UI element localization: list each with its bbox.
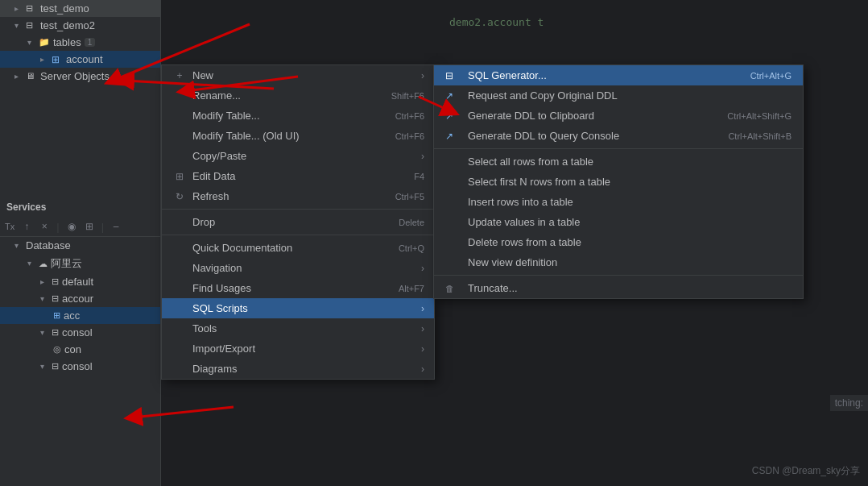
menu-label-drop: Drop bbox=[192, 216, 382, 228]
submenu-item-new-view[interactable]: New view definition bbox=[434, 252, 803, 272]
shortcut-sql-generator: Ctrl+Alt+G bbox=[750, 71, 792, 81]
tree-item-test-demo2[interactable]: ⊟ test_demo2 bbox=[0, 17, 160, 34]
server-icon: 🖥 bbox=[26, 71, 37, 82]
tree-item-tables[interactable]: tables 1 bbox=[0, 34, 160, 51]
arrow-icon bbox=[27, 38, 37, 48]
shortcut-quick-doc: Ctrl+Q bbox=[399, 243, 424, 253]
menu-item-copy-paste[interactable]: Copy/Paste › bbox=[162, 146, 434, 166]
editor-text: demo2.account t bbox=[449, 16, 544, 28]
arrow-icon bbox=[14, 72, 24, 81]
tree-label: test_demo2 bbox=[40, 19, 95, 31]
submenu-divider-1 bbox=[434, 148, 803, 149]
arrow-icon bbox=[40, 362, 50, 372]
eye-button[interactable]: ◉ bbox=[64, 219, 79, 234]
submenu-arrow-sql: › bbox=[421, 303, 424, 314]
services-tree-con[interactable]: ◎ con bbox=[0, 341, 160, 358]
services-tree-aliyun[interactable]: ☁ 阿里云 bbox=[0, 254, 160, 273]
menu-item-import-export[interactable]: Import/Export › bbox=[162, 339, 434, 359]
db-icon: ⊟ bbox=[52, 327, 59, 338]
menu-item-modify[interactable]: Modify Table... Ctrl+F6 bbox=[162, 106, 434, 126]
submenu-label-select-all: Select all rows from a table bbox=[468, 156, 792, 168]
edit-data-icon: ⊞ bbox=[172, 171, 188, 182]
db-icon2: ⊟ bbox=[52, 361, 59, 372]
arrow-icon bbox=[14, 4, 24, 14]
db-icon: ⊟ bbox=[52, 293, 59, 304]
db-icon: ⊟ bbox=[26, 20, 37, 31]
menu-item-sql-scripts[interactable]: SQL Scripts › bbox=[162, 298, 434, 318]
submenu-arrow-new: › bbox=[421, 70, 424, 81]
submenu-label-req-copy: Request and Copy Original DDL bbox=[468, 89, 792, 102]
close-button[interactable]: × bbox=[37, 219, 52, 234]
services-tree-accour[interactable]: ⊟ accour bbox=[0, 290, 160, 307]
menu-item-diagrams[interactable]: Diagrams › bbox=[162, 359, 434, 379]
menu-item-edit-data[interactable]: ⊞ Edit Data F4 bbox=[162, 166, 434, 186]
shortcut-modify-old: Ctrl+F6 bbox=[395, 131, 424, 141]
tree-item-test-demo[interactable]: ⊟ test_demo bbox=[0, 0, 160, 17]
menu-item-new[interactable]: + New › bbox=[162, 65, 434, 85]
shortcut-gen-ddl-clip: Ctrl+Alt+Shift+G bbox=[727, 111, 792, 121]
submenu-label-new-view: New view definition bbox=[468, 256, 792, 268]
db-icon: ⊟ bbox=[52, 276, 59, 287]
submenu-item-gen-ddl-clipboard[interactable]: ↗ Generate DDL to Clipboard Ctrl+Alt+Shi… bbox=[434, 106, 803, 126]
tree-item-account[interactable]: ⊞ account bbox=[0, 51, 160, 68]
submenu-arrow-tools: › bbox=[421, 323, 424, 334]
services-tree-database[interactable]: Database bbox=[0, 237, 160, 254]
req-copy-icon: ↗ bbox=[445, 90, 461, 102]
submenu-arrow-cp: › bbox=[421, 151, 424, 162]
menu-divider-2 bbox=[162, 235, 434, 235]
tree-label: default bbox=[62, 276, 93, 288]
tree-label: account bbox=[66, 53, 103, 65]
db-icon: ⊟ bbox=[26, 3, 37, 15]
table-count-badge: 1 bbox=[85, 38, 96, 47]
dash-button[interactable]: – bbox=[109, 219, 123, 234]
submenu-item-update-values[interactable]: Update values in a table bbox=[434, 212, 803, 232]
submenu-item-select-n[interactable]: Select first N rows from a table bbox=[434, 172, 803, 192]
menu-item-quick-doc[interactable]: Quick Documentation Ctrl+Q bbox=[162, 238, 434, 258]
arrow-icon bbox=[14, 241, 24, 251]
submenu-item-select-all[interactable]: Select all rows from a table bbox=[434, 152, 803, 172]
submenu-item-insert-rows[interactable]: Insert rows into a table bbox=[434, 192, 803, 212]
services-tree-consol[interactable]: ⊟ consol bbox=[0, 324, 160, 341]
menu-item-navigation[interactable]: Navigation › bbox=[162, 258, 434, 278]
submenu-item-truncate[interactable]: 🗑 Truncate... bbox=[434, 278, 803, 298]
gen-ddl-clip-icon: ↗ bbox=[445, 110, 461, 122]
tree-label: Database bbox=[26, 239, 71, 251]
submenu-item-req-copy-ddl[interactable]: ↗ Request and Copy Original DDL bbox=[434, 85, 803, 106]
menu-label-modify-old: Modify Table... (Old UI) bbox=[192, 130, 379, 142]
submenu-item-delete-rows[interactable]: Delete rows from a table bbox=[434, 232, 803, 252]
arrow-icon bbox=[40, 294, 50, 304]
menu-item-find-usages[interactable]: Find Usages Alt+F7 bbox=[162, 278, 434, 298]
tree-item-server-objects[interactable]: 🖥 Server Objects bbox=[0, 68, 160, 85]
sql-generator-icon: ⊟ bbox=[445, 70, 461, 81]
services-header: Services bbox=[0, 197, 160, 217]
services-tree-default[interactable]: ⊟ default bbox=[0, 273, 160, 290]
truncate-icon: 🗑 bbox=[445, 284, 461, 293]
services-tree-acc[interactable]: ⊞ acc bbox=[0, 307, 160, 324]
menu-item-modify-old[interactable]: Modify Table... (Old UI) Ctrl+F6 bbox=[162, 126, 434, 146]
arrow-icon bbox=[27, 259, 37, 268]
add-button[interactable]: ⊞ bbox=[82, 219, 97, 234]
services-section: Services Tx ↑ × | ◉ ⊞ | – Database ☁ 阿里云… bbox=[0, 197, 160, 375]
submenu-item-sql-generator[interactable]: ⊟ SQL Generator... Ctrl+Alt+G bbox=[434, 65, 803, 85]
tree-label: consol bbox=[62, 360, 93, 372]
services-tree-consol2[interactable]: ⊟ consol bbox=[0, 358, 160, 375]
cloud-icon: ☁ bbox=[39, 259, 48, 269]
arrow-icon bbox=[40, 277, 50, 287]
menu-item-tools[interactable]: Tools › bbox=[162, 318, 434, 339]
up-button[interactable]: ↑ bbox=[19, 219, 34, 234]
arrow-icon bbox=[14, 21, 24, 31]
menu-label-refresh: Refresh bbox=[192, 190, 379, 202]
sql-scripts-submenu: ⊟ SQL Generator... Ctrl+Alt+G ↗ Request … bbox=[433, 64, 804, 299]
menu-item-drop[interactable]: Drop Delete bbox=[162, 212, 434, 232]
menu-item-rename[interactable]: Rename... Shift+F6 bbox=[162, 85, 434, 106]
submenu-label-delete-rows: Delete rows from a table bbox=[468, 236, 792, 248]
tree-label: tables bbox=[53, 36, 81, 48]
watermark: CSDN @Dream_sky分享 bbox=[752, 464, 860, 478]
submenu-label-insert-rows: Insert rows into a table bbox=[468, 196, 792, 208]
submenu-item-gen-ddl-console[interactable]: ↗ Generate DDL to Query Console Ctrl+Alt… bbox=[434, 126, 803, 146]
shortcut-drop: Delete bbox=[399, 218, 424, 227]
menu-label-copy-paste: Copy/Paste bbox=[192, 150, 421, 162]
refresh-icon: ↻ bbox=[172, 191, 188, 202]
menu-item-refresh[interactable]: ↻ Refresh Ctrl+F5 bbox=[162, 186, 434, 206]
submenu-label-gen-ddl-con: Generate DDL to Query Console bbox=[468, 130, 728, 142]
